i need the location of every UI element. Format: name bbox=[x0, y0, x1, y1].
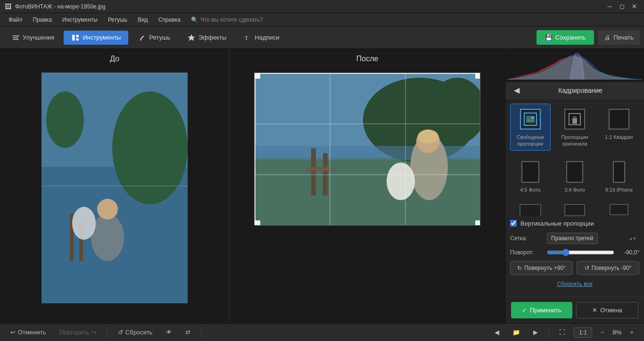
undo-button[interactable]: ↩ Отменить bbox=[6, 327, 50, 338]
zoom-out-button[interactable]: − bbox=[596, 327, 609, 338]
reset-all-link[interactable]: Сбросить все bbox=[510, 281, 639, 287]
vertical-proportions-checkbox[interactable] bbox=[510, 220, 517, 227]
nav-folder-button[interactable]: 📁 bbox=[508, 327, 525, 338]
zoom-in-button[interactable]: + bbox=[625, 327, 638, 338]
rotate-buttons: ↻ Повернуть +90° ↺ Повернуть -90° bbox=[510, 261, 639, 275]
back-button[interactable]: ◀ bbox=[511, 86, 522, 95]
apply-label: Применить bbox=[530, 307, 561, 314]
crop-45[interactable]: 4:5 Фото bbox=[510, 156, 551, 196]
separator-3 bbox=[548, 328, 549, 337]
undo-label: Отменить bbox=[18, 329, 46, 336]
crop-options-grid-2: 4:5 Фото 3:4 Фото 9:16 iPhone bbox=[510, 156, 639, 196]
eye-button[interactable]: 👁 bbox=[161, 327, 177, 338]
crop-original-icon-container bbox=[562, 107, 587, 131]
crop-square-label: 1:1 Квадрат bbox=[605, 134, 633, 140]
sliders-icon bbox=[11, 33, 20, 42]
after-label: После bbox=[356, 55, 379, 63]
search-icon: 🔍 bbox=[191, 16, 198, 23]
crop-45-icon-container bbox=[518, 160, 543, 184]
grid-select[interactable]: Нет Правило третей Сетка Диагональ bbox=[547, 233, 598, 244]
close-button[interactable]: ✕ bbox=[629, 1, 639, 12]
flip-button[interactable]: ⇄ bbox=[181, 327, 195, 338]
svg-point-14 bbox=[46, 91, 84, 148]
crop-square[interactable]: 1:1 Квадрат bbox=[599, 104, 639, 151]
crop-free-label: Свободные пропорции bbox=[513, 134, 547, 147]
crop-original-label: Пропорции оригинала bbox=[558, 134, 592, 147]
search-placeholder[interactable]: Что вы хотите сделать? bbox=[200, 16, 263, 23]
crop-original[interactable]: Пропорции оригинала bbox=[554, 104, 595, 151]
crop-free-icon-container bbox=[518, 107, 543, 131]
rotate-minus90-button[interactable]: ↺ Повернуть -90° bbox=[577, 261, 639, 275]
title-bar: 🖼 ФотоВИНТАЖ - на-море-1950е.jpg ─ ◻ ✕ bbox=[0, 0, 644, 13]
zoom-level-display: 8% bbox=[613, 329, 622, 336]
svg-point-5 bbox=[17, 39, 18, 40]
minimize-button[interactable]: ─ bbox=[604, 1, 615, 12]
tab-enhancements[interactable]: Улучшения bbox=[4, 31, 62, 45]
maximize-button[interactable]: ◻ bbox=[617, 1, 627, 12]
crop-916[interactable]: 9:16 iPhone bbox=[599, 156, 639, 196]
rotate-plus90-button[interactable]: ↻ Повернуть +90° bbox=[510, 261, 573, 275]
crop-landscape-b[interactable] bbox=[554, 202, 595, 216]
svg-rect-8 bbox=[76, 38, 79, 41]
status-right: ◀ 📁 ▶ ⛶ 1:1 − 8% + bbox=[490, 327, 638, 338]
fit-icon: ⛶ bbox=[559, 329, 565, 336]
menu-file[interactable]: Файл bbox=[4, 15, 27, 25]
rotate-ccw-icon: ↺ bbox=[585, 265, 589, 271]
crop-34-label: 3:4 Фото bbox=[564, 187, 585, 193]
crop-landscape-c-shape bbox=[610, 204, 628, 215]
reset-icon: ↺ bbox=[118, 329, 123, 336]
histogram-svg bbox=[508, 51, 642, 80]
rotation-row: Поворот: -90,0° bbox=[510, 249, 639, 256]
after-image-container[interactable] bbox=[254, 73, 480, 226]
x-icon: ✕ bbox=[592, 307, 597, 314]
crop-34-icon-container bbox=[562, 160, 587, 184]
crop-landscape-a[interactable] bbox=[510, 202, 551, 216]
cancel-button[interactable]: ✕ Отмена bbox=[576, 302, 638, 318]
zoom-out-icon: − bbox=[601, 329, 604, 336]
print-button[interactable]: 🖨 Печать bbox=[598, 30, 640, 45]
zoom-1to1[interactable]: 1:1 bbox=[574, 327, 592, 338]
crop-landscape-b-shape bbox=[564, 204, 585, 216]
tab-retouch[interactable]: Ретушь bbox=[130, 31, 178, 45]
save-button[interactable]: 💾 Сохранить bbox=[537, 30, 594, 45]
tab-effects[interactable]: Эффекты bbox=[180, 31, 234, 45]
rotation-slider[interactable] bbox=[547, 249, 614, 256]
crop-free[interactable]: Свободные пропорции bbox=[510, 104, 551, 151]
crop-options-grid-3 bbox=[510, 202, 639, 216]
rotate-plus90-label: Повернуть +90° bbox=[524, 265, 566, 271]
crop-landscape-c[interactable] bbox=[599, 202, 639, 216]
svg-point-18 bbox=[97, 199, 118, 219]
menu-tools[interactable]: Инструменты bbox=[58, 15, 102, 25]
svg-point-3 bbox=[18, 35, 19, 36]
redo-button[interactable]: Повторить ↪ bbox=[54, 327, 101, 338]
menu-help[interactable]: Справка bbox=[154, 15, 185, 25]
status-bar: ↩ Отменить Повторить ↪ ↺ Сбросить 👁 ⇄ ◀ … bbox=[0, 323, 644, 341]
crop-34[interactable]: 3:4 Фото bbox=[554, 156, 595, 196]
tab-inscriptions[interactable]: T Надписи bbox=[236, 31, 287, 45]
rotation-value: -90,0° bbox=[618, 249, 639, 256]
print-icon: 🖨 bbox=[604, 34, 611, 41]
svg-point-13 bbox=[112, 91, 188, 204]
flip-icon: ⇄ bbox=[185, 329, 190, 336]
nav-next-button[interactable]: ▶ bbox=[528, 327, 543, 338]
tab-enhancements-label: Улучшения bbox=[23, 34, 54, 41]
apply-button[interactable]: ✓ Применить bbox=[511, 302, 572, 318]
menu-retouch[interactable]: Ретушь bbox=[103, 15, 132, 25]
eye-icon: 👁 bbox=[166, 329, 172, 336]
tab-effects-label: Эффекты bbox=[198, 34, 226, 41]
crop-free-svg bbox=[523, 112, 537, 126]
panel-title: Кадрирование bbox=[522, 87, 638, 94]
tab-tools[interactable]: Инструменты bbox=[64, 31, 128, 45]
nav-prev-button[interactable]: ◀ bbox=[490, 327, 504, 338]
grid-select-wrapper: Нет Правило третей Сетка Диагональ bbox=[547, 233, 639, 244]
svg-point-31 bbox=[418, 130, 438, 144]
rotate-cw-icon: ↻ bbox=[517, 265, 522, 271]
menu-edit[interactable]: Правка bbox=[28, 15, 57, 25]
reset-button[interactable]: ↺ Сбросить bbox=[113, 327, 157, 338]
separator-2 bbox=[201, 328, 201, 337]
crop-916-shape bbox=[613, 161, 625, 183]
svg-rect-28 bbox=[305, 167, 334, 171]
fit-button[interactable]: ⛶ bbox=[554, 327, 570, 338]
brush-icon bbox=[138, 33, 146, 42]
menu-view[interactable]: Вид bbox=[133, 15, 153, 25]
